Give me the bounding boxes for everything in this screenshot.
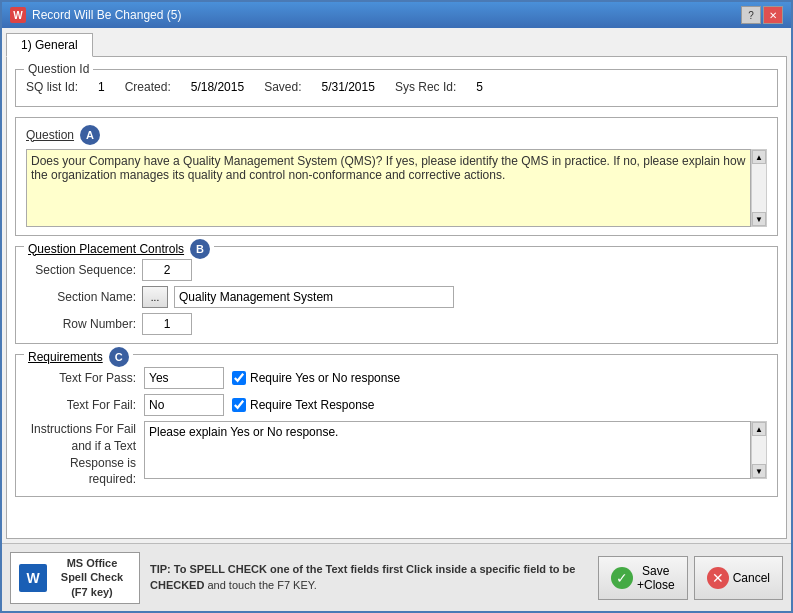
question-id-label: Question Id (24, 62, 93, 76)
tip-text: TIP: To SPELL CHECK one of the Text fiel… (150, 562, 588, 593)
question-id-section: Question Id SQ list Id: 1 Created: 5/18/… (15, 69, 778, 107)
close-button[interactable]: ✕ (763, 6, 783, 24)
browse-button[interactable]: ... (142, 286, 168, 308)
section-sequence-row: Section Sequence: (26, 259, 767, 281)
app-icon: W (10, 7, 26, 23)
save-label: Save+Close (637, 564, 675, 592)
scroll-down[interactable]: ▼ (752, 212, 766, 226)
instructions-textarea-container: Please explain Yes or No response. ▲ ▼ (144, 421, 767, 479)
section-sequence-input[interactable] (142, 259, 192, 281)
instructions-label: Instructions For Fail and if a Text Resp… (26, 421, 136, 488)
requirements-label: Requirements (28, 350, 103, 364)
placement-badge: B (190, 239, 210, 259)
bottom-bar: W MS Office Spell Check (F7 key) TIP: To… (2, 543, 791, 611)
question-section-label: Question (26, 128, 74, 142)
save-icon: ✓ (611, 567, 633, 589)
requirements-badge: C (109, 347, 129, 367)
question-scrollbar[interactable]: ▲ ▼ (751, 149, 767, 227)
row-number-label: Row Number: (26, 317, 136, 331)
requirements-section-box: Requirements C Text For Pass: Require Ye… (15, 354, 778, 497)
row-number-input[interactable] (142, 313, 192, 335)
created-value: 5/18/2015 (191, 80, 244, 94)
instructions-scroll-up[interactable]: ▲ (752, 422, 766, 436)
tab-general[interactable]: 1) General (6, 33, 93, 57)
section-name-input[interactable] (174, 286, 454, 308)
saved-value: 5/31/2015 (321, 80, 374, 94)
text-for-fail-row: Text For Fail: Require Text Response (26, 394, 767, 416)
window-title: Record Will Be Changed (5) (32, 8, 181, 22)
requirements-grid: Text For Pass: Require Yes or No respons… (26, 367, 767, 488)
saved-label: Saved: (264, 80, 301, 94)
save-button[interactable]: ✓ Save+Close (598, 556, 688, 600)
cancel-button[interactable]: ✕ Cancel (694, 556, 783, 600)
titlebar-buttons: ? ✕ (741, 6, 783, 24)
text-for-pass-input[interactable] (144, 367, 224, 389)
question-badge: A (80, 125, 100, 145)
require-yes-no-checkbox[interactable] (232, 371, 246, 385)
require-text-checkbox[interactable] (232, 398, 246, 412)
text-for-pass-row: Text For Pass: Require Yes or No respons… (26, 367, 767, 389)
instructions-textarea[interactable]: Please explain Yes or No response. (144, 421, 751, 479)
titlebar-left: W Record Will Be Changed (5) (10, 7, 181, 23)
placement-grid: Section Sequence: Section Name: ... Row … (26, 259, 767, 335)
section-name-label: Section Name: (26, 290, 136, 304)
require-text-group: Require Text Response (232, 398, 375, 412)
main-window: W Record Will Be Changed (5) ? ✕ 1) Gene… (0, 0, 793, 613)
sys-rec-id-label: Sys Rec Id: (395, 80, 456, 94)
text-for-fail-input[interactable] (144, 394, 224, 416)
titlebar: W Record Will Be Changed (5) ? ✕ (2, 2, 791, 28)
question-textarea-container: Does your Company have a Quality Managem… (26, 149, 767, 227)
question-id-row: SQ list Id: 1 Created: 5/18/2015 Saved: … (26, 76, 767, 98)
instructions-scrollbar[interactable]: ▲ ▼ (751, 421, 767, 479)
main-panel: Question Id SQ list Id: 1 Created: 5/18/… (6, 56, 787, 539)
action-buttons: ✓ Save+Close ✕ Cancel (598, 556, 783, 600)
text-for-fail-label: Text For Fail: (26, 398, 136, 412)
text-for-pass-label: Text For Pass: (26, 371, 136, 385)
instructions-row: Instructions For Fail and if a Text Resp… (26, 421, 767, 488)
require-yes-no-group: Require Yes or No response (232, 371, 400, 385)
cancel-label: Cancel (733, 571, 770, 585)
require-text-label: Require Text Response (250, 398, 375, 412)
instructions-scroll-down[interactable]: ▼ (752, 464, 766, 478)
question-section-box: Question A Does your Company have a Qual… (15, 117, 778, 236)
tab-bar: 1) General (6, 32, 787, 56)
help-button[interactable]: ? (741, 6, 761, 24)
placement-label: Question Placement Controls (28, 242, 184, 256)
question-textarea[interactable]: Does your Company have a Quality Managem… (26, 149, 751, 227)
placement-section-box: Question Placement Controls B Section Se… (15, 246, 778, 344)
cancel-icon: ✕ (707, 567, 729, 589)
row-number-row: Row Number: (26, 313, 767, 335)
scroll-up[interactable]: ▲ (752, 150, 766, 164)
spell-check-label: MS Office Spell Check (F7 key) (53, 556, 131, 599)
created-label: Created: (125, 80, 171, 94)
sq-list-id-label: SQ list Id: (26, 80, 78, 94)
section-sequence-label: Section Sequence: (26, 263, 136, 277)
require-yes-no-label: Require Yes or No response (250, 371, 400, 385)
section-name-row: Section Name: ... (26, 286, 767, 308)
spell-check-button[interactable]: W MS Office Spell Check (F7 key) (10, 552, 140, 604)
sq-list-id-value: 1 (98, 80, 105, 94)
sys-rec-id-value: 5 (476, 80, 483, 94)
content-area: 1) General Question Id SQ list Id: 1 Cre… (2, 28, 791, 543)
word-icon: W (19, 564, 47, 592)
